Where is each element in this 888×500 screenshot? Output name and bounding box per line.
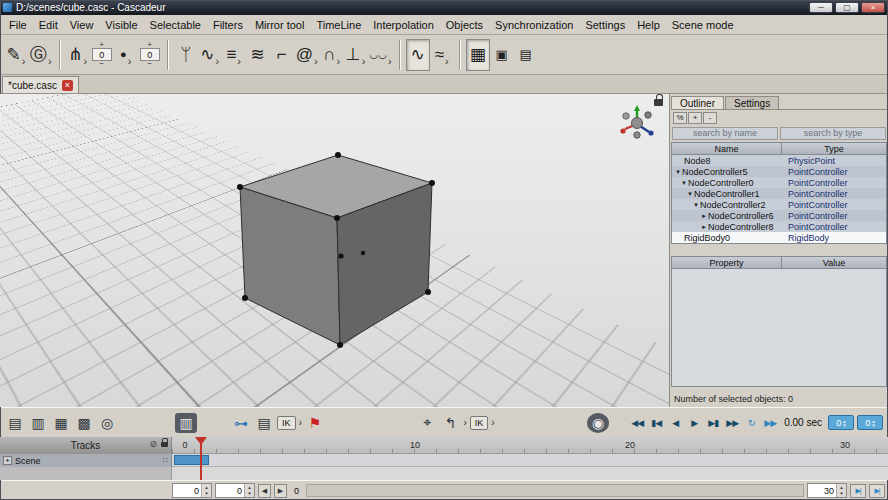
down-icon[interactable]: ▾ (202, 490, 211, 496)
frame-offset-spinner[interactable]: 0 ▴▾ (857, 415, 883, 430)
menu-timeline[interactable]: TimeLine (310, 17, 367, 33)
dropdown-arrow-icon[interactable]: › (83, 55, 87, 71)
table-row[interactable]: ▾NodeController5 PointController (672, 166, 886, 177)
table-row[interactable]: ▾NodeController1 PointController (672, 188, 886, 199)
merge-track-icon[interactable]: ▩ (74, 415, 94, 431)
paste-view-button[interactable]: ▤ (514, 39, 538, 71)
collapse-button[interactable]: - (703, 112, 717, 124)
point-size-spinner[interactable]: + 0 − (140, 42, 160, 67)
go-last-frame-button[interactable]: ▶| (869, 484, 885, 498)
dropdown-arrow-icon[interactable]: › (48, 55, 52, 71)
duplicate-track-icon[interactable]: ▦ (51, 415, 71, 431)
maximize-button[interactable]: ▢ (835, 2, 859, 13)
dropdown-arrow-icon[interactable]: › (128, 55, 132, 71)
end-frame-spinner[interactable]: 30 ▴▾ (807, 483, 847, 498)
dropdown-arrow-icon[interactable]: › (215, 55, 219, 71)
menu-filters[interactable]: Filters (207, 17, 249, 33)
tab-settings[interactable]: Settings (725, 96, 779, 109)
filter-button[interactable]: % (673, 112, 687, 124)
add-track-icon[interactable]: ▤ (5, 415, 25, 431)
track-name-box[interactable]: + Scene ∷ (0, 454, 172, 467)
expand-icon[interactable]: ▾ (680, 179, 688, 187)
table-row[interactable]: ▸NodeController8 PointController (672, 221, 886, 232)
menu-file[interactable]: File (3, 17, 33, 33)
frame-offset-value[interactable]: 0 (865, 418, 870, 428)
autophysics-icon[interactable]: ◉ (587, 413, 609, 433)
spiral-tool-button[interactable]: @› (294, 39, 320, 71)
table-row[interactable]: ▸NodeController6 PointController (672, 210, 886, 221)
menu-scene-mode[interactable]: Scene mode (666, 17, 740, 33)
ik-toggle-button[interactable]: IK (277, 416, 296, 430)
expand-icon[interactable]: ▸ (700, 223, 708, 231)
ghost-tool-button[interactable]: Ⓖ› (28, 39, 54, 71)
dropdown-arrow-icon[interactable]: › (445, 55, 449, 71)
key-icon[interactable]: ⊶ (231, 415, 251, 431)
play-button[interactable]: ▶ (686, 418, 702, 428)
search-by-type-button[interactable]: search by type (780, 127, 886, 140)
point-tool-button[interactable]: ●› (114, 39, 138, 71)
menu-selectable[interactable]: Selectable (144, 17, 207, 33)
menu-synchronization[interactable]: Synchronization (489, 17, 579, 33)
layers-tool-button[interactable]: ≡› (222, 39, 246, 71)
loop-button[interactable]: ↻ (743, 418, 759, 428)
visibility-icon[interactable]: ⊘ (149, 439, 157, 449)
table-row[interactable]: RigidBody0 RigidBody (672, 232, 886, 243)
grid-toggle-button[interactable]: ▦ (466, 39, 490, 71)
scroll-left-button[interactable]: ◀ (258, 484, 271, 498)
ik-mode-button[interactable]: IK (470, 416, 489, 430)
flag-icon[interactable]: ⚑ (305, 415, 325, 431)
bracket-tool-button[interactable]: ⌐ (270, 39, 294, 71)
start-frame-value[interactable]: 0 (173, 484, 201, 497)
table-row[interactable]: ▾NodeController2 PointController (672, 199, 886, 210)
current-frame-spinner[interactable]: 0 ▴▾ (828, 415, 854, 430)
track-lane[interactable] (172, 454, 888, 467)
step-forward-keyframe-button[interactable]: ▶▮ (705, 418, 721, 428)
menu-visible[interactable]: Visible (99, 17, 143, 33)
character-tool-button[interactable]: ᛘ (174, 39, 198, 71)
minimize-button[interactable]: ─ (809, 2, 833, 13)
dropdown-arrow-icon[interactable]: › (463, 417, 466, 428)
menu-help[interactable]: Help (631, 17, 666, 33)
dropdown-arrow-icon[interactable]: › (491, 417, 494, 428)
current-frame-field-value[interactable]: 0 (216, 484, 244, 497)
timeline-ruler[interactable]: 0 10 20 30 (172, 437, 888, 454)
pivot-tool-button[interactable]: ⊥› (344, 39, 368, 71)
expand-button[interactable]: + (688, 112, 702, 124)
add-keyframe-icon[interactable]: + (3, 456, 12, 465)
menu-interpolation[interactable]: Interpolation (367, 17, 440, 33)
menu-view[interactable]: View (64, 17, 100, 33)
expand-icon[interactable]: ▾ (686, 190, 694, 198)
step-back-keyframe-button[interactable]: ▮◀ (648, 418, 664, 428)
end-frame-value[interactable]: 30 (808, 484, 836, 497)
menu-objects[interactable]: Objects (440, 17, 489, 33)
down-icon[interactable]: ▾ (245, 490, 254, 496)
track-row-scene[interactable]: + Scene ∷ (0, 454, 888, 467)
start-frame-spinner[interactable]: 0 ▴▾ (172, 483, 212, 498)
fast-forward-button[interactable]: ▶▶ (724, 418, 740, 428)
interpolation-tool-button[interactable]: ∿› (198, 39, 222, 71)
track-options-icon[interactable]: ∷ (163, 456, 168, 465)
camera-lock-icon[interactable] (654, 99, 663, 106)
timeline-scrollbar[interactable] (306, 484, 804, 497)
current-frame-value[interactable]: 0 (836, 418, 841, 428)
expand-icon[interactable]: ▸ (700, 212, 708, 220)
tab-cube-casc[interactable]: *cube.casc × (2, 76, 79, 93)
dropdown-arrow-icon[interactable]: › (314, 55, 318, 71)
rig-tool-button[interactable]: ⋔› (66, 39, 90, 71)
target-icon[interactable]: ⌖ (417, 414, 437, 431)
wave2-tool-button[interactable]: ≈› (430, 39, 454, 71)
go-next-keyframe-button[interactable]: ▶| (850, 484, 866, 498)
minus-icon[interactable]: − (99, 61, 104, 67)
table-row[interactable]: ▾NodeController0 PointController (672, 177, 886, 188)
down-icon[interactable]: ▾ (872, 423, 875, 427)
pen-tool-button[interactable]: ✎› (4, 39, 28, 71)
menu-settings[interactable]: Settings (579, 17, 631, 33)
dropdown-arrow-icon[interactable]: › (237, 55, 241, 71)
viewport-3d[interactable] (0, 94, 670, 407)
corner-arrow-icon[interactable]: ↰ (440, 415, 460, 431)
minus-icon[interactable]: − (147, 61, 152, 67)
dropdown-arrow-icon[interactable]: › (22, 55, 26, 71)
search-by-name-button[interactable]: search by name (672, 127, 778, 140)
filmstrip-icon[interactable]: ▤ (254, 415, 274, 431)
tab-outliner[interactable]: Outliner (671, 96, 724, 109)
